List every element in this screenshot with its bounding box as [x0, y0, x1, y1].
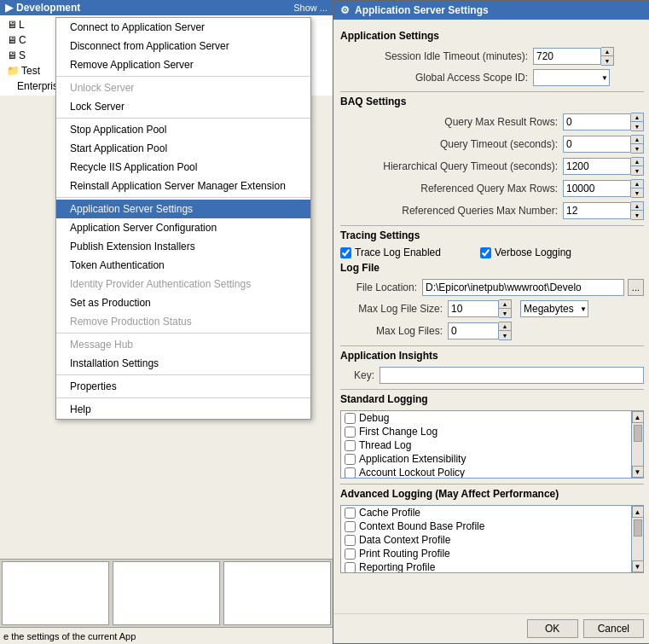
account-lockout-checkbox[interactable]	[345, 467, 356, 479]
hierarchical-timeout-label: Hierarchical Query Timeout (seconds):	[340, 160, 558, 172]
query-max-rows-btns: ▲ ▼	[631, 113, 644, 131]
tree-header: ▶ Development Show ...	[0, 0, 333, 15]
separator-2	[56, 118, 310, 119]
log-size-unit-input[interactable]	[520, 300, 588, 317]
query-timeout-down[interactable]: ▼	[631, 144, 643, 153]
hierarchical-timeout-down[interactable]: ▼	[631, 166, 643, 175]
menu-item-recycle-iis[interactable]: Recycle IIS Application Pool	[56, 158, 310, 177]
app-settings-section: Application Settings Session Idle Timeou…	[340, 30, 644, 86]
ref-query-max-rows-down[interactable]: ▼	[631, 189, 643, 197]
menu-item-app-config[interactable]: Application Server Configuration	[56, 218, 310, 237]
max-log-files-input[interactable]	[448, 322, 499, 339]
app-settings-header: Application Settings	[340, 30, 644, 42]
bottom-panel-1	[2, 561, 109, 625]
cache-profile-checkbox[interactable]	[345, 508, 356, 519]
ref-query-max-rows-input[interactable]	[563, 180, 631, 197]
list-item-account-lockout: Account Lockout Policy	[341, 466, 631, 478]
tree-header-title: Development	[16, 2, 80, 14]
hierarchical-timeout-up[interactable]: ▲	[631, 158, 643, 166]
status-bar: e the settings of the current App	[0, 627, 333, 644]
menu-item-app-settings[interactable]: Application Server Settings	[56, 200, 310, 218]
menu-item-connect[interactable]: Connect to Application Server	[56, 18, 310, 37]
context-bound-base-checkbox[interactable]	[345, 521, 356, 532]
list-item-data-context: Data Context Profile	[341, 533, 631, 547]
ref-queries-max-num-btns: ▲ ▼	[631, 201, 644, 220]
max-log-size-label: Max Log File Size:	[340, 303, 443, 315]
bottom-panels	[0, 559, 333, 627]
menu-item-properties[interactable]: Properties	[56, 377, 310, 396]
cancel-button[interactable]: Cancel	[583, 619, 644, 638]
verbose-logging-label: Verbose Logging	[495, 247, 571, 258]
tree-icon: 🖥	[7, 34, 17, 46]
hierarchical-timeout-input[interactable]	[563, 158, 631, 175]
ref-queries-max-num-down[interactable]: ▼	[631, 211, 643, 219]
menu-item-token-auth[interactable]: Token Authentication	[56, 256, 310, 275]
data-context-checkbox[interactable]	[345, 535, 356, 546]
session-timeout-input[interactable]: 720	[533, 48, 601, 65]
session-timeout-down[interactable]: ▼	[601, 56, 613, 65]
global-access-row: Global Access Scope ID: ▼	[340, 69, 644, 86]
menu-item-identity-provider: Identity Provider Authentication Setting…	[56, 275, 310, 293]
query-timeout-btns: ▲ ▼	[631, 135, 644, 154]
show-label[interactable]: Show ...	[293, 3, 327, 13]
file-location-label: File Location:	[340, 281, 417, 293]
menu-item-disconnect[interactable]: Disconnect from Application Server	[56, 37, 310, 55]
adv-scroll-down-arrow[interactable]: ▼	[632, 560, 644, 572]
global-access-input[interactable]	[533, 69, 610, 86]
ref-queries-max-num-input[interactable]	[563, 202, 631, 219]
ref-queries-max-num-up[interactable]: ▲	[631, 202, 643, 211]
menu-item-stop-pool[interactable]: Stop Application Pool	[56, 120, 310, 139]
separator-3	[56, 197, 310, 198]
query-max-rows-up[interactable]: ▲	[631, 113, 643, 122]
key-input[interactable]	[380, 367, 644, 384]
max-log-size-up[interactable]: ▲	[499, 300, 511, 309]
file-input-row: ...	[422, 279, 644, 296]
adv-scroll-up-arrow[interactable]: ▲	[632, 506, 644, 518]
menu-item-publish-ext[interactable]: Publish Extension Installers	[56, 237, 310, 256]
menu-item-set-production[interactable]: Set as Production	[56, 293, 310, 312]
query-timeout-label: Query Timeout (seconds):	[340, 138, 558, 150]
query-timeout-input[interactable]	[563, 136, 631, 153]
menu-item-start-pool[interactable]: Start Application Pool	[56, 139, 310, 158]
ok-button[interactable]: OK	[527, 619, 578, 638]
menu-item-install-settings[interactable]: Installation Settings	[56, 354, 310, 373]
tree-expand-icon: ▶	[5, 2, 13, 14]
scroll-up-arrow[interactable]: ▲	[632, 411, 644, 423]
hierarchical-timeout-btns: ▲ ▼	[631, 157, 644, 176]
list-item-reporting: Reporting Profile	[341, 560, 631, 572]
menu-item-reinstall[interactable]: Reinstall Application Server Manager Ext…	[56, 177, 310, 195]
verbose-logging-item: Verbose Logging	[480, 247, 571, 258]
verbose-logging-checkbox[interactable]	[480, 247, 491, 258]
ref-query-max-rows-up[interactable]: ▲	[631, 180, 643, 189]
thread-log-checkbox[interactable]	[345, 440, 356, 451]
menu-item-help[interactable]: Help	[56, 400, 310, 419]
first-change-log-checkbox[interactable]	[345, 426, 356, 438]
session-timeout-row: Session Idle Timeout (minutes): 720 ▲ ▼	[340, 47, 644, 66]
menu-item-lock[interactable]: Lock Server	[56, 97, 310, 116]
query-timeout-up[interactable]: ▲	[631, 136, 643, 144]
scroll-down-arrow[interactable]: ▼	[632, 466, 644, 478]
menu-item-remove[interactable]: Remove Application Server	[56, 55, 310, 74]
query-max-rows-input[interactable]	[563, 113, 631, 131]
dialog-titlebar: ⚙ Application Server Settings	[333, 1, 649, 20]
advanced-logging-scrollbar: ▲ ▼	[631, 506, 643, 572]
file-path-input[interactable]	[422, 279, 624, 296]
scroll-thumb[interactable]	[634, 425, 642, 442]
app-extensibility-checkbox[interactable]	[345, 454, 356, 465]
session-timeout-up[interactable]: ▲	[601, 48, 613, 56]
query-max-rows-down[interactable]: ▼	[631, 122, 643, 131]
print-routing-checkbox[interactable]	[345, 548, 356, 560]
adv-scroll-thumb[interactable]	[634, 519, 642, 537]
max-log-size-input[interactable]	[448, 300, 499, 317]
trace-log-enabled-checkbox[interactable]	[340, 247, 351, 258]
max-log-size-down[interactable]: ▼	[499, 309, 511, 317]
debug-checkbox[interactable]	[345, 413, 356, 424]
ref-query-max-rows-btns: ▲ ▼	[631, 179, 644, 198]
max-log-files-up[interactable]: ▲	[499, 322, 511, 331]
reporting-checkbox[interactable]	[345, 562, 356, 573]
divider-5	[340, 484, 644, 484]
ref-queries-max-num-label: Referenced Queries Max Number:	[340, 205, 558, 217]
adv-scroll-track	[634, 518, 642, 560]
max-log-files-down[interactable]: ▼	[499, 331, 511, 339]
browse-button[interactable]: ...	[628, 279, 644, 296]
